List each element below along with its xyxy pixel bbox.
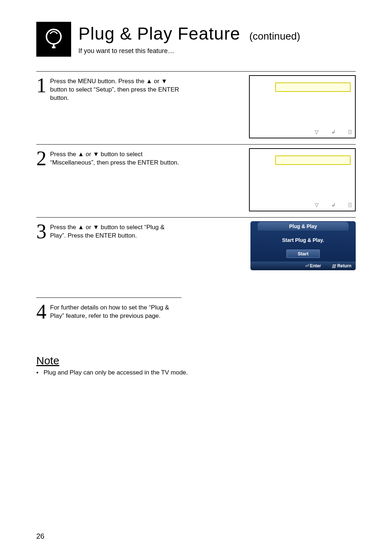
step-text: Press the ▲ or ▼ button to select “Plug … [50,221,181,240]
step-text: For further details on how to set the “P… [50,301,181,320]
note-section: Note • Plug and Play can only be accesse… [36,355,356,376]
return-icon [332,263,336,268]
tv-misc-menu-screenshot: ▽ ↲ ⌹ [249,148,356,211]
step-text: Press the ▲ or ▼ button to select “Misce… [50,148,181,167]
down-icon: ▽ [315,129,319,135]
start-button[interactable]: Start [286,250,320,258]
continued-label: (continued) [249,31,300,42]
page-header: Plug & Play Feature (continued) If you w… [36,22,356,57]
lightbulb-icon [36,22,71,57]
enter-icon: ↲ [331,202,336,208]
return-icon: ⌹ [348,202,351,208]
step-3: 3 Press the ▲ or ▼ button to select “Plu… [36,217,356,279]
bullet: • [36,369,41,376]
enter-hint: Enter [305,263,321,268]
step-number: 3 [36,221,46,242]
note-heading: Note [36,355,356,367]
down-icon: ▽ [315,202,319,208]
enter-icon: ↲ [331,129,336,135]
step-2: 2 Press the ▲ or ▼ button to select “Mis… [36,144,356,217]
step-number: 1 [36,75,46,96]
step-number: 2 [36,148,46,169]
return-hint: Return [332,263,351,268]
step-1: 1 Press the MENU button. Press the ▲ or … [36,71,356,144]
note-text: Plug and Play can only be accessed in th… [44,369,188,376]
dialog-message: Start Plug & Play. [250,237,356,243]
page-title: Plug & Play Feature [78,24,240,44]
step-number: 4 [36,301,46,322]
plug-and-play-dialog: Plug & Play Start Plug & Play. Start Ent… [250,221,356,270]
highlighted-row [275,82,351,92]
page-number: 26 [36,532,44,540]
enter-icon [305,263,309,268]
dialog-title: Plug & Play [258,222,348,231]
tv-setup-menu-screenshot: ▽ ↲ ⌹ [249,75,356,138]
page-subtitle: If you want to reset this feature… [78,47,356,55]
return-icon: ⌹ [348,129,351,135]
step-text: Press the MENU button. Press the ▲ or ▼ … [50,75,181,102]
highlighted-row [275,155,351,165]
step-4: 4 For further details on how to set the … [36,297,181,322]
